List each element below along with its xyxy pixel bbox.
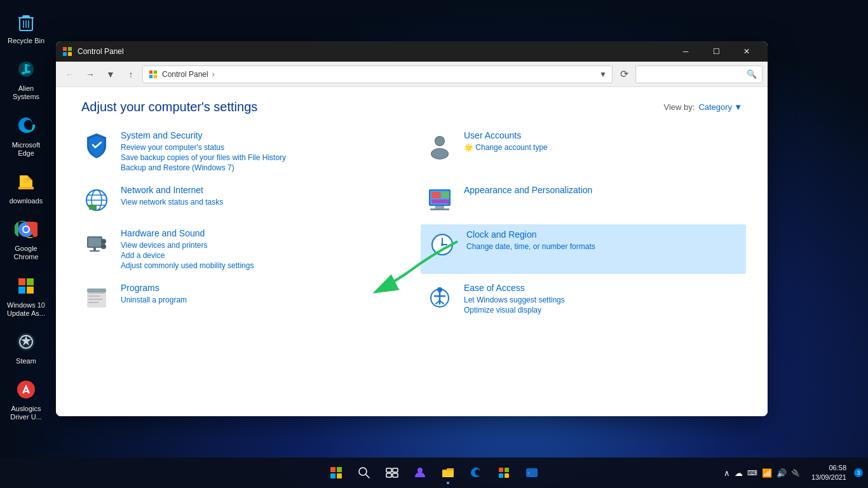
system-security-link-1[interactable]: Review your computer's status [121, 143, 399, 152]
desktop-icon-edge[interactable]: Microsoft Edge [3, 111, 49, 160]
ease-of-access-title[interactable]: Ease of Access [464, 283, 742, 293]
steam-icon [13, 329, 39, 355]
taskbar-date-display: 13/09/2021 [811, 473, 846, 482]
chrome-label: Google Chrome [6, 245, 46, 261]
taskbar-taskview-button[interactable] [379, 460, 405, 485]
ease-of-access-text: Ease of Access Let Windows suggest setti… [464, 283, 742, 315]
notification-chevron[interactable]: ∧ [722, 467, 731, 479]
notification-badge[interactable]: 3 [854, 468, 863, 477]
hardware-sound-title[interactable]: Hardware and Sound [121, 228, 399, 238]
svg-rect-40 [431, 200, 449, 203]
auslogics-icon [13, 377, 39, 402]
taskbar-start-button[interactable] [323, 460, 349, 485]
desktop-icon-auslogics[interactable]: Auslogics Driver U... [3, 374, 49, 424]
system-security-title[interactable]: System and Security [121, 130, 399, 140]
window-title-text: Control Panel [78, 47, 671, 56]
wifi-icon[interactable]: 📶 [761, 467, 773, 479]
taskbar-edge-button[interactable] [463, 460, 489, 485]
network-internet-link-1[interactable]: View network status and tasks [121, 198, 399, 207]
programs-title[interactable]: Programs [121, 283, 399, 293]
refresh-button[interactable]: ⟳ [615, 65, 633, 83]
downloads-label: downloads [10, 197, 43, 205]
svg-rect-11 [18, 287, 25, 294]
svg-rect-21 [149, 70, 153, 73]
desktop-icon-recycle-bin[interactable]: Recycle Bin [3, 6, 49, 48]
settings-grid: System and Security Review your computer… [81, 130, 742, 315]
svg-line-72 [366, 475, 369, 478]
search-input[interactable] [641, 70, 747, 79]
taskbar-explorer-button[interactable] [435, 460, 461, 485]
recycle-bin-icon [13, 9, 39, 34]
desktop: Recycle Bin Alien Systems [0, 0, 868, 488]
taskbar-store-button[interactable] [491, 460, 517, 485]
appearance-title[interactable]: Appearance and Personalization [464, 185, 742, 195]
setting-network-internet: Network and Internet View network status… [81, 185, 399, 215]
downloads-icon [13, 169, 39, 194]
desktop-icon-downloads[interactable]: downloads [3, 166, 49, 208]
up-button[interactable]: ↑ [122, 65, 140, 83]
taskbar-search-button[interactable] [351, 460, 377, 485]
svg-rect-18 [68, 47, 72, 51]
keyboard-icon[interactable]: ⌨ [746, 468, 759, 478]
svg-rect-68 [337, 467, 342, 472]
network-internet-title[interactable]: Network and Internet [121, 185, 399, 195]
onedrive-icon[interactable]: ☁ [733, 467, 744, 479]
search-icon[interactable]: 🔍 [747, 69, 757, 79]
back-button[interactable]: ← [61, 65, 79, 83]
view-by-control: View by: Category ▼ [663, 102, 742, 112]
windows-update-icon [13, 273, 39, 299]
svg-point-71 [359, 468, 367, 475]
content-area: Adjust your computer's settings View by:… [56, 87, 768, 416]
taskbar-terminal-button[interactable]: >_ [519, 460, 545, 485]
notification-area: ∧ ☁ ⌨ 📶 🔊 🔌 [720, 467, 804, 479]
view-by-value[interactable]: Category ▼ [698, 102, 742, 112]
svg-rect-75 [386, 473, 391, 477]
svg-rect-76 [393, 473, 398, 477]
setting-hardware-sound: Hardware and Sound View devices and prin… [81, 228, 399, 270]
svg-rect-48 [90, 250, 100, 252]
taskbar-teams-button[interactable] [407, 460, 433, 485]
ease-of-access-link-2[interactable]: Optimize visual display [464, 306, 742, 315]
svg-text:>_: >_ [527, 471, 533, 476]
desktop-icon-chrome[interactable]: Google Chrome [3, 214, 49, 264]
hardware-sound-icon [81, 228, 112, 259]
ease-of-access-link-1[interactable]: Let Windows suggest settings [464, 295, 742, 304]
taskbar-clock[interactable]: 06:58 13/09/2021 [808, 462, 850, 484]
maximize-button[interactable]: ☐ [702, 41, 731, 62]
svg-rect-9 [18, 278, 25, 285]
taskbar-right: ∧ ☁ ⌨ 📶 🔊 🔌 06:58 13/09/2021 3 [720, 462, 863, 484]
user-accounts-link-1[interactable]: 🌟 Change account type [464, 143, 742, 152]
taskbar-center: >_ [323, 460, 545, 485]
volume-icon[interactable]: 🔊 [775, 467, 788, 479]
desktop-icon-windows-update[interactable]: Windows 10 Update As... [3, 271, 49, 320]
appearance-text: Appearance and Personalization [464, 185, 742, 198]
edge-icon [13, 113, 39, 139]
close-button[interactable]: ✕ [732, 41, 761, 62]
svg-rect-41 [435, 206, 444, 208]
hardware-sound-link-1[interactable]: View devices and printers [121, 241, 399, 250]
system-security-link-3[interactable]: Backup and Restore (Windows 7) [121, 163, 399, 172]
user-accounts-title[interactable]: User Accounts [464, 130, 742, 140]
address-bar[interactable]: Control Panel › ▼ [142, 65, 613, 83]
system-security-link-2[interactable]: Save backup copies of your files with Fi… [121, 153, 399, 162]
clock-region-link-1[interactable]: Change date, time, or number formats [466, 242, 740, 251]
svg-rect-10 [27, 278, 34, 285]
desktop-icon-alien-systems[interactable]: Alien Systems [3, 54, 49, 104]
svg-rect-74 [393, 468, 398, 472]
svg-point-77 [417, 468, 423, 473]
clock-region-title[interactable]: Clock and Region [466, 229, 740, 240]
hardware-sound-link-3[interactable]: Adjust commonly used mobility settings [121, 261, 399, 270]
setting-clock-region: Clock and Region Change date, time, or n… [421, 224, 746, 274]
minimize-button[interactable]: ─ [671, 41, 700, 62]
address-dropdown[interactable]: ▼ [599, 70, 607, 79]
svg-rect-73 [386, 468, 391, 472]
desktop-icon-steam[interactable]: Steam [3, 327, 49, 368]
svg-rect-22 [154, 70, 157, 73]
alien-systems-label: Alien Systems [6, 85, 46, 101]
battery-icon[interactable]: 🔌 [790, 468, 801, 478]
programs-link-1[interactable]: Uninstall a program [121, 295, 399, 304]
forward-button[interactable]: → [81, 65, 99, 83]
hardware-sound-link-2[interactable]: Add a device [121, 251, 399, 260]
recent-locations-button[interactable]: ▼ [102, 65, 119, 83]
svg-rect-47 [93, 248, 96, 250]
